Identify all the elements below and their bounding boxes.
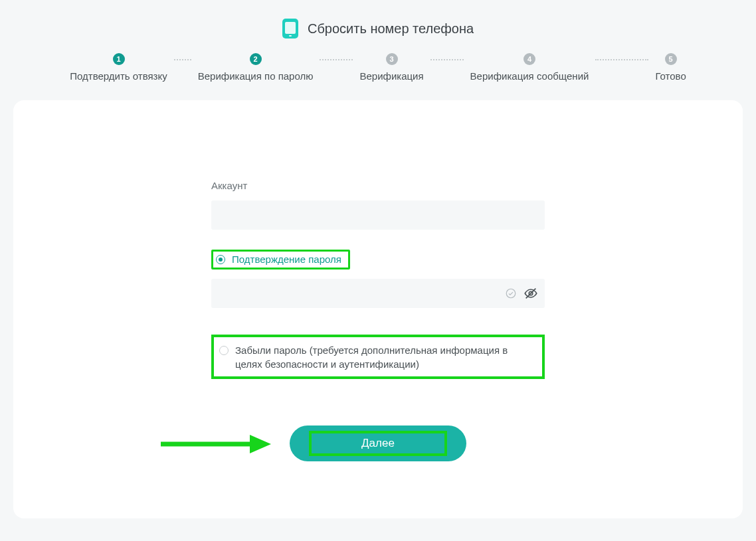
page-title: Сбросить номер телефона	[308, 21, 474, 37]
phone-icon	[282, 19, 298, 39]
highlight-confirm-password: Подтверждение пароля	[211, 250, 350, 270]
svg-line-2	[526, 289, 536, 299]
highlight-next: Далее	[309, 431, 447, 456]
option-label: Забыли пароль (требуется дополнительная …	[235, 344, 537, 371]
step-1: 1 Подтвердить отвязку	[70, 53, 167, 82]
step-label: Верификация	[359, 70, 423, 82]
password-input[interactable]	[211, 279, 545, 308]
step-2: 2 Верификация по паролю	[198, 53, 314, 82]
highlight-forgot-password: Забыли пароль (требуется дополнительная …	[211, 335, 545, 379]
svg-marker-4	[250, 435, 271, 453]
form-card: Аккаунт Подтверждение пароля	[13, 100, 743, 518]
step-label: Верификация по паролю	[198, 70, 314, 82]
step-label: Верификация сообщений	[470, 70, 589, 82]
step-number: 3	[386, 53, 398, 65]
arrow-annotation	[158, 431, 278, 457]
checkmark-icon	[505, 287, 517, 299]
option-label: Подтверждение пароля	[232, 253, 341, 266]
radio-icon	[219, 346, 229, 355]
step-divider	[174, 59, 191, 60]
step-label: Готово	[655, 70, 686, 82]
step-number: 4	[523, 53, 535, 65]
option-confirm-password[interactable]: Подтверждение пароля	[216, 253, 341, 266]
svg-point-0	[506, 289, 516, 299]
step-number: 1	[113, 53, 125, 65]
next-label: Далее	[361, 437, 395, 450]
step-4: 4 Верификация сообщений	[470, 53, 589, 82]
option-forgot-password[interactable]: Забыли пароль (требуется дополнительная …	[219, 344, 537, 371]
radio-icon	[216, 255, 225, 264]
eye-off-icon[interactable]	[523, 286, 538, 301]
account-label: Аккаунт	[211, 180, 545, 191]
step-number: 5	[665, 53, 677, 65]
stepper: 1 Подтвердить отвязку 2 Верификация по п…	[0, 53, 756, 82]
step-number: 2	[250, 53, 262, 65]
step-5: 5 Готово	[655, 53, 686, 82]
step-label: Подтвердить отвязку	[70, 70, 167, 82]
step-divider	[430, 59, 464, 60]
next-button[interactable]: Далее	[290, 425, 466, 461]
page-header: Сбросить номер телефона	[0, 0, 756, 53]
account-input[interactable]	[211, 200, 545, 230]
step-divider	[320, 59, 353, 60]
step-3: 3 Верификация	[359, 53, 423, 82]
step-divider	[595, 59, 648, 60]
